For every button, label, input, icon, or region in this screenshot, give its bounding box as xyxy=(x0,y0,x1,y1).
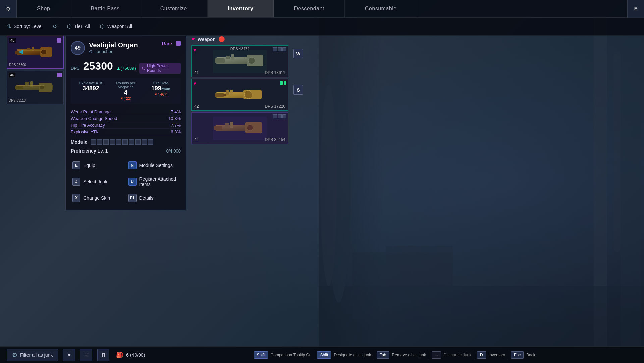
module-label: Module xyxy=(71,139,87,145)
module-slot-10 xyxy=(148,139,153,145)
details-btn[interactable]: F1 Details xyxy=(127,191,181,205)
nav-items-container: Shop Battle Pass Customize Inventory Des… xyxy=(17,0,627,17)
nav-key-q[interactable]: Q xyxy=(0,0,17,18)
compare-btn[interactable]: ≡ xyxy=(80,349,92,361)
heart-icon-filter: ♥ xyxy=(68,352,71,358)
nav-customize[interactable]: Customize xyxy=(140,0,208,17)
top-navigation: Q Shop Battle Pass Customize Inventory D… xyxy=(0,0,644,18)
svg-rect-29 xyxy=(213,50,267,73)
rate-unit: r/min xyxy=(161,87,170,91)
select-junk-btn[interactable]: J Select Junk xyxy=(71,174,125,190)
svg-rect-33 xyxy=(215,93,224,97)
nav-consumable[interactable]: Consumable xyxy=(345,0,417,17)
key-s[interactable]: S xyxy=(293,85,303,95)
designate-junk-label: Designate all as junk xyxy=(334,353,371,357)
change-skin-btn[interactable]: X Change Skin xyxy=(71,191,125,205)
nav-key-e[interactable]: E xyxy=(627,0,644,18)
bottom-bar: ⚙ Filter all as junk ♥ ≡ 🗑 🎒 6 (40/90) S… xyxy=(0,346,644,363)
sort-icon: ⇅ xyxy=(7,23,11,30)
tier-filter[interactable]: ⬡ Tier: All xyxy=(67,23,90,30)
action-buttons: E Equip N Module Settings J Select Junk … xyxy=(71,159,181,205)
card-level-1: 41 xyxy=(194,70,199,75)
module-slot-4 xyxy=(110,139,115,145)
delete-btn[interactable]: 🗑 xyxy=(97,349,109,361)
shift-key-2[interactable]: Shift xyxy=(317,351,331,359)
stat-atk: Explosive ATK 34892 xyxy=(74,81,107,100)
weapon-item-2[interactable]: 46 DPS 53113 xyxy=(7,71,64,104)
weapon-name-area: Vestigial Organ ⊙ Launcher xyxy=(89,41,158,54)
key-w[interactable]: W xyxy=(293,49,303,58)
dps-label: DPS xyxy=(71,66,80,71)
main-content: 45 xyxy=(0,36,644,346)
module-slot-6 xyxy=(122,139,128,145)
d-key[interactable]: D xyxy=(477,351,486,359)
weapon-list: 45 xyxy=(7,36,65,104)
weapon-item-1[interactable]: 45 xyxy=(7,36,64,69)
right-weapon-img-3 xyxy=(213,117,267,140)
attr-row-2: Weapon Change Speed 10.8% xyxy=(71,115,181,122)
dots-key[interactable]: ··· xyxy=(432,351,441,359)
equip-btn[interactable]: E Equip xyxy=(71,159,125,172)
module-slot-1 xyxy=(91,139,96,145)
rarity-badge-2 xyxy=(57,73,62,77)
card-dps-1: DPS 18611 xyxy=(265,70,285,75)
filter-bar: ⇅ Sort by: Level ↺ ⬡ Tier: All ⬡ Weapon:… xyxy=(0,18,644,36)
proficiency-label: Proficiency Lv. 1 xyxy=(71,148,108,154)
divider-5 xyxy=(508,350,508,360)
refresh-icon: ↺ xyxy=(53,23,57,30)
module-slots xyxy=(91,139,153,145)
dps-diff: ▲(+6689) xyxy=(116,66,136,71)
proficiency-row: Proficiency Lv. 1 0/4,000 xyxy=(71,148,181,154)
dismantle-junk-label: Dismantle Junk xyxy=(444,353,471,357)
shift-key-1[interactable]: Shift xyxy=(254,351,268,359)
module-settings-key: N xyxy=(128,161,137,169)
stat-mag: Rounds per Magazine 4 ▼(-22) xyxy=(109,81,142,100)
refresh-btn[interactable]: ↺ xyxy=(53,23,57,30)
nav-descendant[interactable]: Descendant xyxy=(274,0,344,17)
card-level-2: 42 xyxy=(194,104,199,109)
inventory-count: 🎒 6 (40/90) xyxy=(116,351,145,359)
heart-filter-btn[interactable]: ♥ xyxy=(63,349,75,361)
compare-icon: ≡ xyxy=(85,352,88,358)
nav-battle-pass[interactable]: Battle Pass xyxy=(70,0,140,17)
weapon-filter[interactable]: ⬡ Weapon: All xyxy=(100,23,132,30)
gear-icon: ⚙ xyxy=(12,351,17,359)
weapon-level-2: 46 xyxy=(9,73,15,77)
esc-key[interactable]: Esc xyxy=(511,351,524,359)
right-weapon-img-2 xyxy=(213,83,267,107)
sort-filter[interactable]: ⇅ Sort by: Level xyxy=(7,23,43,30)
module-settings-btn[interactable]: N Module Settings xyxy=(127,159,181,172)
weapon-card-3[interactable]: 44 DPS 35154 xyxy=(191,112,288,144)
attr-row-4: Explosive ATK 6.3% xyxy=(71,129,181,135)
svg-rect-20 xyxy=(30,81,33,87)
filter-junk-btn[interactable]: ⚙ Filter all as junk xyxy=(7,349,58,361)
svg-rect-35 xyxy=(230,90,233,95)
module-slot-5 xyxy=(116,139,121,145)
register-attached-btn[interactable]: U Register Attached Items xyxy=(127,174,181,190)
weapon-dps-2: DPS 53113 xyxy=(9,99,26,102)
stat-rate-diff: ▼(-467) xyxy=(144,92,177,96)
module-slot-9 xyxy=(142,139,147,145)
weapon-image-1 xyxy=(13,42,57,63)
ammo-type: ⬡ High-Power Rounds xyxy=(139,63,181,74)
nav-inventory[interactable]: Inventory xyxy=(208,0,274,17)
module-slot-3 xyxy=(103,139,109,145)
svg-rect-43 xyxy=(213,117,267,140)
tab-key[interactable]: Tab xyxy=(377,351,389,359)
weapon-card-1[interactable]: ♥ xyxy=(191,45,288,77)
divider-3 xyxy=(429,350,429,360)
module-slot-8 xyxy=(135,139,141,145)
slot-icons-3 xyxy=(273,114,286,118)
weapon-card-2[interactable]: ♥ 42 xyxy=(191,79,288,111)
inventory-label-hotbar: Inventory xyxy=(489,353,505,357)
divider-4 xyxy=(474,350,474,360)
trash-icon: 🗑 xyxy=(101,352,106,358)
proficiency-value: 0/4,000 xyxy=(166,148,181,154)
stat-atk-value: 34892 xyxy=(74,85,107,92)
nav-shop[interactable]: Shop xyxy=(17,0,70,17)
remove-junk-label: Remove all as junk xyxy=(392,353,426,357)
svg-rect-18 xyxy=(15,86,23,89)
weapon-level-1: 45 xyxy=(9,38,16,43)
right-weapon-panel: ♥ Weapon 🔴 ♥ xyxy=(191,36,292,146)
stat-rate: Fire Rate 199r/min ▼(-467) xyxy=(144,81,177,100)
